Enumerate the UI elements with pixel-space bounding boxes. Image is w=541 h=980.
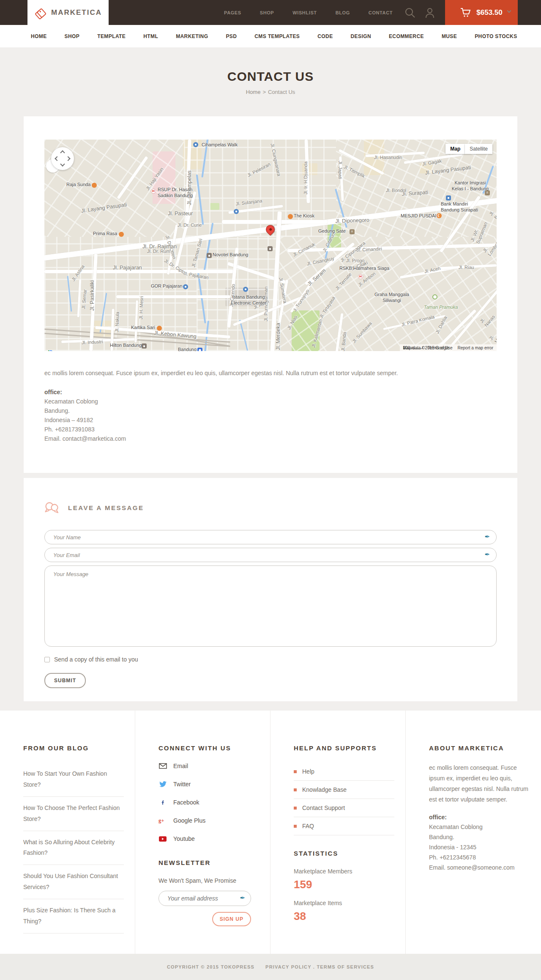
social-item[interactable]: Youtube (158, 835, 259, 842)
map-poi-label: RSUP Dr. Hasan Sadikin Bandung (158, 187, 193, 199)
map-type-button-satellite[interactable]: Satellite (465, 144, 492, 154)
user-icon[interactable] (425, 7, 436, 18)
nav-item[interactable]: PSD (226, 33, 237, 39)
blog-link[interactable]: Plus Size Fashion: Is There Such a Thing… (23, 907, 115, 925)
map-road-label: Jl. Layang Pasupati (81, 202, 127, 215)
nav-item[interactable]: CODE (317, 33, 333, 39)
blog-link[interactable]: What is So Alluring About Celebrity Fash… (23, 839, 115, 856)
nav-item[interactable]: DESIGN (351, 33, 371, 39)
social-item[interactable]: Facebook (158, 799, 259, 806)
help-item[interactable]: Contact Support (294, 799, 394, 817)
blog-heading: FROM OUR BLOG (23, 744, 124, 752)
nav-item[interactable]: HTML (143, 33, 158, 39)
tag-icon (34, 5, 47, 20)
message-textarea[interactable] (44, 565, 497, 647)
pan-down-icon[interactable] (60, 162, 65, 166)
cart-icon (460, 8, 471, 18)
restaurant-icon (288, 214, 293, 219)
leave-message-icon (44, 501, 59, 514)
header-nav-item[interactable]: PAGES (224, 10, 241, 15)
map-road-label: J. Trunojoyo (292, 288, 311, 313)
blog-list-item: Plus Size Fashion: Is There Such a Thing… (23, 899, 124, 933)
nav-item[interactable]: SHOP (65, 33, 80, 39)
cart-total: $653.50 (476, 8, 502, 17)
header-nav-item[interactable]: SHOP (260, 10, 274, 15)
social-label: Youtube (173, 835, 195, 842)
social-item[interactable]: Email (158, 763, 259, 769)
office-line: Email. someone@someone.com (429, 863, 530, 873)
submit-button[interactable]: SUBMIT (44, 673, 86, 688)
stat-value: 159 (294, 878, 394, 891)
map-poi-label: Novotel Bandung (213, 252, 248, 258)
header-nav-item[interactable]: BLOG (336, 10, 350, 15)
blog-link[interactable]: How To Start Your Own Fashion Store? (23, 770, 107, 788)
social-item[interactable]: g+ Google Plus (158, 817, 259, 824)
newsletter: NEWSLETTER We Won't Spam, We Promise ✒ S… (158, 859, 259, 926)
map-road-label: Jl. Pajajaran (183, 271, 209, 281)
form-heading: LEAVE A MESSAGE (68, 504, 144, 511)
breadcrumb: Home>Contact Us (0, 89, 541, 95)
social-item[interactable]: Twitter (158, 781, 259, 788)
office-line: Ph. +6212345678 (429, 853, 530, 863)
terms-of-services-link[interactable]: TERMS OF SERVICES (317, 964, 374, 969)
blog-link[interactable]: How To Choose The Perfect Fashion Store? (23, 804, 120, 822)
nav-item[interactable]: MUSE (442, 33, 457, 39)
map-road-label: Jl. Dr. Cipto (163, 258, 187, 276)
map-pan-control[interactable] (51, 147, 74, 170)
blog-list-item: Should You Use Fashion Consultant Servic… (23, 865, 124, 899)
report-map-error-link[interactable]: Report a map error (458, 346, 493, 350)
signup-button[interactable]: SIGN UP (212, 912, 251, 926)
restaurant-icon (119, 232, 124, 237)
map-road-label: Jl. Pajajaran (113, 265, 142, 272)
map-road-label: Jl. Dahlia (434, 315, 448, 335)
pan-left-icon[interactable] (55, 156, 59, 161)
help-item[interactable]: Knowladge Base (294, 781, 394, 799)
nav-item[interactable]: ECOMMERCE (389, 33, 424, 39)
map-type-button-map[interactable]: Map (445, 144, 465, 154)
office-line: Kecamatan Coblong (429, 822, 530, 832)
help-link: Knowladge Base (302, 786, 347, 793)
help-item[interactable]: FAQ (294, 817, 394, 835)
office-line: Email. contact@marketica.com (44, 434, 497, 443)
help-item[interactable]: Help (294, 763, 394, 781)
map-road-label: Jl. Ciungwanara (269, 143, 282, 177)
pan-right-icon[interactable] (66, 156, 70, 161)
map-road-label: Jl. Pasirkaliki (89, 280, 96, 311)
nav-item[interactable]: TEMPLATE (97, 33, 126, 39)
header-nav: PAGESSHOPWISHLISTBLOGCONTACT (224, 10, 393, 15)
email-input[interactable] (44, 548, 497, 562)
map-poi-label: Bandung (178, 347, 197, 351)
blog-list-item: What is So Alluring About Celebrity Fash… (23, 831, 124, 865)
nav-item[interactable]: MARKETING (176, 33, 208, 39)
nav-item[interactable]: PHOTO STOCKS (475, 33, 517, 39)
footer-about-column: ABOUT MARKETICA ec mollis lorem consequa… (406, 711, 541, 954)
office-info: office: Kecamatan CoblongBandung.Indones… (44, 387, 497, 443)
nav-item[interactable]: HOME (31, 33, 47, 39)
map-road-label: Jl. Japati (337, 161, 343, 179)
brand-logo[interactable]: MARKETICA (27, 0, 109, 25)
contact-card: Jl. Layang PasupatiJl. Layang PasupatiJl… (24, 116, 517, 473)
pan-up-icon[interactable] (60, 150, 65, 155)
blog-link[interactable]: Should You Use Fashion Consultant Servic… (23, 873, 118, 890)
svg-text:g+: g+ (158, 818, 164, 824)
map[interactable]: Jl. Layang PasupatiJl. Layang PasupatiJl… (44, 140, 497, 351)
gplus-icon: g+ (158, 817, 167, 824)
brand-name: MARKETICA (51, 8, 102, 17)
send-copy-checkbox[interactable] (44, 657, 50, 662)
nav-item[interactable]: CMS TEMPLATES (254, 33, 300, 39)
map-road-label: Jl. Nanas (479, 307, 497, 328)
header-nav-item[interactable]: WISHLIST (292, 10, 317, 15)
map-road-label: Jl. Mangga (488, 324, 497, 344)
cart-button[interactable]: $653.50 (445, 0, 518, 25)
name-input[interactable] (44, 530, 497, 544)
map-road-label: Jl. Industri (82, 339, 103, 346)
breadcrumb-home[interactable]: Home (246, 89, 261, 95)
map-road-label: Jl. Merdeka (275, 323, 282, 350)
bullet-icon (294, 788, 297, 791)
newsletter-email-input[interactable] (158, 891, 251, 906)
statistics: STATISTICS Marketplace Members 159 Marke… (294, 850, 394, 923)
privacy-policy-link[interactable]: PRIVACY POLICY (265, 964, 311, 969)
hotel-icon (268, 246, 273, 251)
search-icon[interactable] (404, 7, 415, 18)
header-nav-item[interactable]: CONTACT (369, 10, 393, 15)
